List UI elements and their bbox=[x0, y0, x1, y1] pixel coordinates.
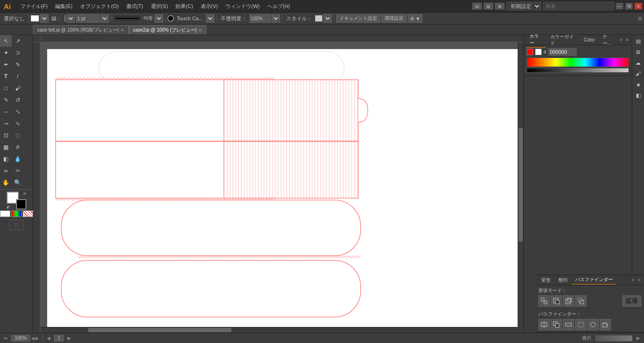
magic-wand-tool[interactable]: ✦ bbox=[0, 47, 12, 59]
warp-tool[interactable]: ∿ bbox=[12, 117, 24, 129]
menu-file[interactable]: ファイル(F) bbox=[17, 2, 51, 11]
status-right-button[interactable]: ▶ bbox=[636, 335, 640, 341]
tab-close-2[interactable]: ✕ bbox=[198, 28, 202, 33]
fill-dropdown[interactable]: ▼ bbox=[40, 14, 49, 23]
swap-colors-icon[interactable]: ⇄ bbox=[23, 192, 26, 196]
color-panel-expand[interactable]: ≡ bbox=[619, 37, 622, 42]
menu-view[interactable]: 表示(V) bbox=[197, 2, 222, 11]
expand-button[interactable]: 拡張 bbox=[622, 295, 641, 307]
scissors-tool[interactable]: ✂ bbox=[12, 165, 24, 176]
eyedropper-tool[interactable]: 💧 bbox=[12, 153, 24, 165]
tab-pathfinder[interactable]: パスファインダー bbox=[572, 276, 616, 284]
paintbrush-tool[interactable]: 🖌 bbox=[12, 82, 24, 94]
free-transform-tool[interactable]: ⊡ bbox=[0, 129, 12, 141]
gradient-tool[interactable]: ◧ bbox=[0, 153, 12, 165]
doc-settings-button[interactable]: ドキュメント設定 bbox=[336, 14, 380, 23]
color-hex-input[interactable] bbox=[548, 48, 577, 56]
layers-button[interactable]: ⊞ bbox=[633, 47, 644, 57]
fill-color-swatch[interactable] bbox=[31, 15, 39, 22]
pencil-tool[interactable]: ✎ bbox=[0, 94, 12, 106]
vertical-scrollbar[interactable] bbox=[518, 42, 523, 327]
scale-tool[interactable]: ⤡ bbox=[12, 106, 24, 117]
shape-intersect-button[interactable] bbox=[563, 295, 574, 307]
status-left-button[interactable]: ⬅ bbox=[4, 335, 8, 341]
mesh-tool[interactable]: # bbox=[12, 141, 24, 153]
tab-color-guide[interactable]: カラーガイド bbox=[547, 33, 579, 48]
rect-tool[interactable]: □ bbox=[0, 82, 12, 94]
opacity-dropdown[interactable]: ▼ bbox=[272, 14, 280, 23]
symbol-sprayer-tool[interactable]: ◌ bbox=[12, 129, 24, 141]
pf-trim-button[interactable] bbox=[551, 319, 562, 330]
bg-indicator[interactable] bbox=[535, 49, 542, 55]
fg-indicator[interactable] bbox=[527, 49, 533, 55]
pf-outline-button[interactable] bbox=[587, 319, 599, 330]
zoom-input[interactable] bbox=[11, 335, 30, 342]
scroll-thumb-horizontal[interactable] bbox=[88, 328, 231, 332]
color-mode-none[interactable] bbox=[23, 210, 33, 217]
screen-mode-normal[interactable]: ⬛ bbox=[9, 220, 24, 230]
brush-button[interactable]: 🖌 bbox=[633, 68, 644, 79]
page-next-button[interactable]: ▶ bbox=[67, 335, 71, 341]
line-tool[interactable]: / bbox=[12, 70, 24, 82]
add-anchor-tool[interactable]: ✎ bbox=[12, 59, 24, 70]
stroke-weight-unit[interactable]: ▼ bbox=[100, 14, 109, 23]
default-colors-icon[interactable]: ◩ bbox=[7, 205, 10, 209]
opacity-input[interactable] bbox=[249, 14, 271, 23]
pf-minus-back-button[interactable] bbox=[600, 319, 611, 330]
search-input[interactable] bbox=[543, 2, 614, 10]
canvas-area[interactable] bbox=[33, 35, 523, 333]
page-prev-button[interactable]: ◀ bbox=[47, 335, 50, 341]
transform-panel-expand[interactable]: ≡ bbox=[632, 277, 635, 283]
width-tool[interactable]: ⊸ bbox=[0, 117, 12, 129]
color-dark-bar[interactable] bbox=[527, 68, 629, 73]
scroll-thumb-vertical[interactable] bbox=[519, 128, 523, 242]
stroke-dropdown[interactable]: ▼ bbox=[66, 14, 75, 23]
menu-help[interactable]: ヘルプ(H) bbox=[264, 2, 294, 11]
page-input[interactable] bbox=[54, 335, 64, 342]
shape-exclude-button[interactable] bbox=[575, 295, 586, 307]
panel-arrange-button[interactable]: ⊞ bbox=[638, 16, 642, 22]
close-button[interactable]: ✕ bbox=[635, 3, 642, 9]
type-tool[interactable]: T bbox=[0, 70, 12, 82]
tab-case2ai[interactable]: case2ai @ 100% (プレビュー) ✕ bbox=[129, 25, 206, 34]
blend-tool[interactable]: ∞ bbox=[0, 165, 12, 176]
direct-selection-tool[interactable]: ↗ bbox=[12, 35, 24, 47]
libraries-button[interactable]: ☁ bbox=[633, 58, 644, 68]
env-settings-button[interactable]: 環境設定 bbox=[381, 14, 407, 23]
restore-button[interactable]: ⧉ bbox=[625, 3, 633, 9]
color-mode-gradient[interactable] bbox=[11, 210, 22, 217]
selection-tool[interactable]: ↖ bbox=[0, 35, 12, 47]
stroke-weight-input[interactable] bbox=[76, 14, 99, 23]
tab-case-felt[interactable]: case felt.ai @ 100% (RGB/プレビュー) ✕ bbox=[33, 25, 129, 34]
transform-panel-close[interactable]: ✕ bbox=[637, 277, 641, 283]
tab-color-extra[interactable]: テー... bbox=[600, 33, 618, 48]
shape-subtract-button[interactable] bbox=[551, 295, 562, 307]
stroke-style-dropdown[interactable]: ▼ bbox=[155, 14, 163, 23]
minimize-button[interactable]: ─ bbox=[616, 3, 623, 9]
tab-align[interactable]: 整列 bbox=[555, 276, 570, 284]
color-panel-close[interactable]: ✕ bbox=[625, 37, 629, 42]
column-graph-tool[interactable]: ▦ bbox=[0, 141, 12, 153]
pf-merge-button[interactable] bbox=[563, 319, 574, 330]
hand-tool[interactable]: ✋ bbox=[0, 176, 12, 188]
tab-transform[interactable]: 変形 bbox=[538, 276, 553, 284]
menu-edit[interactable]: 編集(E) bbox=[51, 2, 76, 11]
zoom-tool[interactable]: 🔍 bbox=[12, 176, 24, 188]
touch-dropdown[interactable]: ▼ bbox=[206, 14, 215, 23]
tab-close-1[interactable]: ✕ bbox=[121, 28, 124, 33]
color-mode-solid[interactable] bbox=[0, 210, 10, 217]
pen-tool[interactable]: ✒ bbox=[0, 59, 12, 70]
pf-divide-button[interactable] bbox=[538, 319, 550, 330]
background-color[interactable] bbox=[16, 199, 26, 209]
tab-color-en[interactable]: Color bbox=[581, 36, 598, 43]
lasso-tool[interactable]: ⊃ bbox=[12, 47, 24, 59]
properties-button[interactable]: ▤ bbox=[633, 36, 644, 46]
zoom-next-button[interactable]: ▶ bbox=[35, 336, 39, 341]
graphic-styles-button[interactable]: ◧ bbox=[633, 90, 644, 100]
menu-window[interactable]: ウィンドウ(W) bbox=[222, 2, 264, 11]
zoom-prev-button[interactable]: ◀ bbox=[31, 336, 34, 341]
preset-dropdown[interactable]: 初期設定 bbox=[506, 2, 541, 10]
symbols-button[interactable]: ◈ bbox=[633, 79, 644, 90]
menu-format[interactable]: 書式(T) bbox=[123, 2, 147, 11]
rotate-tool[interactable]: ↺ bbox=[12, 94, 24, 106]
